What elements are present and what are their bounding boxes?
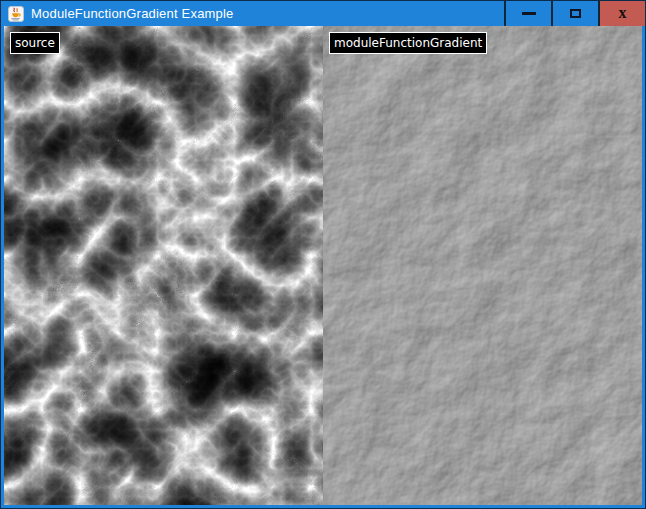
minimize-button[interactable] [504,1,551,26]
source-noise-image [4,26,323,505]
minimize-icon [522,12,536,15]
image-label-source: source [10,32,60,54]
panel-moduleFunctionGradient: moduleFunctionGradient [323,26,642,505]
maximize-icon [570,9,581,18]
close-icon: x [619,5,627,21]
app-window: ModuleFunctionGradient Example x [0,0,646,509]
window-title: ModuleFunctionGradient Example [31,1,234,26]
java-coffee-cup-icon [8,6,24,22]
gradient-noise-image [323,26,642,505]
titlebar[interactable]: ModuleFunctionGradient Example x [1,1,645,26]
image-label-moduleFunctionGradient: moduleFunctionGradient [329,32,487,54]
content-area: source moduleFunctionGradient [4,26,642,505]
maximize-button[interactable] [551,1,598,26]
close-button[interactable]: x [598,1,645,26]
window-controls: x [504,1,645,26]
panel-source: source [4,26,323,505]
